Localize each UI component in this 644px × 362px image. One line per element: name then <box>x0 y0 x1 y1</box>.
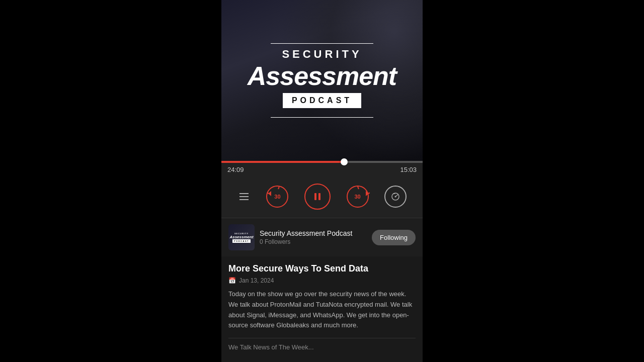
pause-circle <box>304 184 331 210</box>
thumbnail-inner: SECURITY Assessment PODCAST <box>228 224 255 250</box>
left-side-panel <box>0 0 221 362</box>
episode-section: More Secure Ways To Send Data 📅 Jan 13, … <box>221 256 423 362</box>
cover-security-label: SECURITY <box>236 48 408 61</box>
thumb-assessment: Assessment <box>229 235 253 239</box>
pause-icon <box>312 191 323 202</box>
progress-fill <box>221 161 344 163</box>
next-up-label: We Talk News of The Week... <box>228 338 416 351</box>
cover-art-section: SECURITY Assessment PODCAST <box>221 0 423 161</box>
skip-back-label: 30 <box>274 194 280 200</box>
speed-icon <box>390 191 401 202</box>
podcast-meta: Security Assessment Podcast 0 Followers <box>260 229 367 245</box>
calendar-icon: 📅 <box>228 277 236 284</box>
pause-button[interactable] <box>304 184 331 210</box>
episode-date: Jan 13, 2024 <box>239 277 274 284</box>
following-button[interactable]: Following <box>372 230 416 245</box>
svg-point-9 <box>395 196 396 198</box>
episode-title: More Secure Ways To Send Data <box>228 263 416 274</box>
svg-marker-6 <box>366 191 369 196</box>
skip-forward-circle: 30 <box>347 186 369 208</box>
current-time: 24:09 <box>227 166 244 173</box>
queue-button[interactable] <box>237 191 251 202</box>
thumb-podcast: PODCAST <box>232 239 251 243</box>
svg-rect-4 <box>314 193 316 200</box>
cover-text-container: SECURITY Assessment PODCAST <box>236 43 408 118</box>
svg-rect-5 <box>318 193 320 200</box>
right-side-panel <box>423 0 644 362</box>
podcast-name: Security Assessment Podcast <box>260 229 367 237</box>
skip-back-circle: 30 <box>266 186 288 208</box>
cover-podcast-label: PODCAST <box>292 96 352 105</box>
main-player-panel: SECURITY Assessment PODCAST 24:09 15:03 <box>221 0 423 362</box>
episode-date-row: 📅 Jan 13, 2024 <box>228 277 416 284</box>
speed-circle <box>384 186 407 208</box>
podcast-info-section: SECURITY Assessment PODCAST Security Ass… <box>221 218 423 256</box>
time-row: 24:09 15:03 <box>221 163 423 177</box>
skip-forward-button[interactable]: 30 <box>347 186 369 208</box>
episode-description: Today on the show we go over the securit… <box>228 289 416 331</box>
podcast-thumbnail: SECURITY Assessment PODCAST <box>228 224 255 250</box>
podcast-followers: 0 Followers <box>260 238 367 245</box>
cover-assessment-label: Assessment <box>236 63 408 89</box>
player-section: 24:09 15:03 30 <box>221 161 423 218</box>
cover-podcast-box: PODCAST <box>283 93 361 108</box>
controls-row: 30 30 <box>221 177 423 218</box>
progress-bar[interactable] <box>221 161 423 163</box>
list-icon <box>237 191 251 202</box>
progress-thumb[interactable] <box>341 158 348 165</box>
remaining-time: 15:03 <box>400 166 417 173</box>
skip-back-button[interactable]: 30 <box>266 186 288 208</box>
speed-button[interactable] <box>384 186 407 208</box>
svg-marker-3 <box>268 191 271 196</box>
cover-line-top <box>271 43 373 44</box>
cover-line-bottom <box>271 117 373 118</box>
skip-forward-label: 30 <box>354 194 360 200</box>
